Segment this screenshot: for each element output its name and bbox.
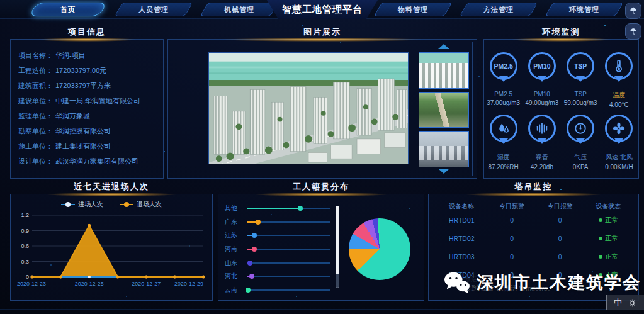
- project-info-list: 项目名称： 华润-项目 工程造价： 172033797.00元 建筑面积： 17…: [11, 40, 163, 177]
- project-render-image: [208, 52, 409, 164]
- attendance-area-chart: 00.30.60.91.22020-12-232020-12-252020-12…: [14, 210, 208, 293]
- chart-legend: 进场人次 退场人次: [11, 200, 212, 209]
- pin-ring: TSP: [567, 52, 594, 80]
- chart-scrollbar[interactable]: [336, 206, 339, 288]
- svg-text:0.6: 0.6: [21, 243, 29, 249]
- nav-tab[interactable]: 物料管理: [378, 3, 448, 16]
- status-text: 正常: [605, 252, 618, 261]
- pressure-icon: [573, 121, 587, 135]
- pin-ring: PM2.5: [490, 52, 517, 80]
- status-badge: 正常: [585, 252, 632, 261]
- gear-icon[interactable]: [628, 299, 636, 307]
- legend-item-exit[interactable]: 退场人次: [120, 200, 162, 209]
- lollipop-dot: [249, 274, 254, 279]
- metric-label: PM10: [534, 91, 550, 98]
- project-info-row: 建设单位： 中建一局,华润置地有限公司: [18, 93, 155, 108]
- panel-project-info: 项目信息 项目名称： 华润-项目 工程造价： 172033797.00元 建筑面…: [10, 26, 164, 179]
- col-header: 设备名称: [435, 202, 489, 211]
- watermark-text: 深圳市土木建筑学会: [477, 271, 641, 294]
- status-badge: 正常: [585, 216, 632, 225]
- platform-title: 智慧工地管理平台: [267, 0, 378, 19]
- warn-count: 0: [489, 235, 536, 242]
- tab-label: 方法管理: [463, 3, 534, 16]
- panel-title: 图片展示: [167, 26, 477, 39]
- aerial-render-art: [209, 53, 408, 164]
- lollipop-dot: [246, 288, 251, 293]
- nav-tab[interactable]: 机械管理: [204, 3, 274, 16]
- panel-attendance-chart: 近七天进退场人次 进场人次 退场人次 00.30.60.91.22020-12-…: [10, 181, 213, 301]
- floating-tool-button[interactable]: [625, 23, 641, 40]
- pin-ring: [567, 115, 594, 142]
- field-value: 172033797.00元: [55, 63, 106, 78]
- nav-tab[interactable]: 人员管理: [118, 3, 189, 16]
- crane-table-header: 设备名称 今日预警 今日报警 设备状态: [435, 202, 632, 211]
- svg-text:0.9: 0.9: [21, 228, 29, 234]
- project-info-row: 勘察单位： 华润控股有限公司: [18, 123, 155, 138]
- status-text: 正常: [605, 234, 618, 243]
- origin-lollipop-chart: 其他广东江苏河南山东河北云南: [225, 203, 336, 295]
- col-header: 今日报警: [536, 202, 585, 211]
- svg-text:1.2: 1.2: [21, 212, 29, 218]
- scroll-down-icon[interactable]: [438, 169, 449, 174]
- ime-tray: 中: [606, 295, 644, 310]
- lollipop-track: [247, 276, 330, 277]
- svg-text:2020-12-23: 2020-12-23: [17, 281, 46, 287]
- lollipop-track: [247, 289, 330, 291]
- metric-value: 42.20db: [531, 164, 553, 171]
- pin-text: TSP: [574, 62, 587, 70]
- pin-ring: [490, 115, 517, 142]
- lollipop-dot: [256, 220, 261, 225]
- lollipop-track: [247, 235, 330, 236]
- field-value: 建工集团有限公司: [55, 138, 111, 154]
- lollipop-track: [247, 208, 330, 209]
- thumbnail-city[interactable]: [419, 131, 469, 167]
- env-metric: 气压 0KPA: [562, 115, 600, 171]
- nav-tab[interactable]: 首页: [33, 3, 103, 16]
- scroll-up-icon[interactable]: [438, 44, 449, 49]
- field-label: 项目名称：: [18, 48, 53, 63]
- ime-language-button[interactable]: 中: [614, 297, 622, 308]
- env-metric: 温度 4.00°C: [600, 52, 638, 108]
- environment-metrics: PM2.5 PM2.5 37.00ug/m3 PM10 PM10 49.00ug…: [484, 40, 638, 171]
- field-label: 工程造价：: [18, 63, 53, 78]
- nav-tab[interactable]: 环境管理: [549, 3, 619, 16]
- legend-item-enter[interactable]: 进场人次: [61, 200, 103, 209]
- field-label: 设计单位：: [18, 154, 53, 169]
- field-label: 建设单位：: [18, 93, 53, 108]
- field-value: 中建一局,华润置地有限公司: [55, 93, 140, 108]
- legend-label: 退场人次: [137, 200, 162, 209]
- lollipop-dot: [298, 206, 303, 211]
- bottom-divider: [0, 309, 644, 310]
- lollipop-track: [247, 249, 330, 250]
- field-value: 172033797平方米: [55, 78, 111, 93]
- status-badge: 正常: [585, 234, 632, 243]
- lollipop-row: 广东: [225, 217, 330, 227]
- device-name: HRTD03: [435, 253, 489, 261]
- nav-tab[interactable]: 方法管理: [463, 3, 534, 16]
- lollipop-track: [247, 262, 330, 264]
- province-label: 广东: [225, 218, 244, 227]
- society-watermark: 深圳市土木建筑学会: [443, 271, 641, 294]
- humidity-icon: [497, 121, 511, 135]
- field-label: 勘察单位：: [18, 123, 53, 138]
- lollipop-dot: [247, 261, 252, 266]
- metric-label: PM2.5: [494, 91, 512, 98]
- province-label: 江苏: [225, 231, 244, 240]
- panel-origin-chart: 工人籍贯分布 其他广东江苏河南山东河北云南: [218, 181, 424, 301]
- noise-icon: [535, 121, 549, 135]
- tab-label: 机械管理: [204, 3, 274, 16]
- floating-tool-button[interactable]: [625, 3, 641, 19]
- metric-label: 湿度: [497, 153, 510, 162]
- thumbnail-park[interactable]: [419, 92, 469, 128]
- corner-buttons: [625, 3, 641, 40]
- province-label: 河北: [225, 272, 244, 281]
- legend-label: 进场人次: [78, 200, 103, 209]
- col-header: 今日预警: [489, 202, 536, 211]
- panel-title: 工人籍贯分布: [218, 181, 424, 194]
- thumbnail-render[interactable]: [419, 52, 469, 89]
- project-info-row: 项目名称： 华润-项目: [18, 48, 155, 63]
- field-label: 监理单位：: [18, 108, 53, 123]
- metric-value: 49.00ug/m3: [525, 99, 558, 106]
- env-metric: 风速 北风 0.00KM/H: [600, 115, 638, 171]
- metric-value: 0KPA: [573, 164, 589, 171]
